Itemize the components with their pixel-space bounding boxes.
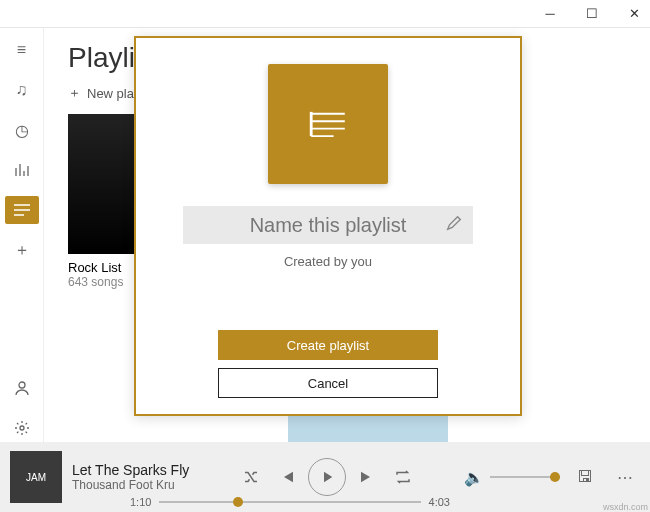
pencil-icon — [445, 214, 465, 234]
minimize-button[interactable]: ─ — [538, 2, 562, 26]
playlist-name-input[interactable]: Name this playlist — [183, 206, 473, 244]
creator-label: Created by you — [284, 254, 372, 269]
volume-slider[interactable] — [490, 476, 560, 478]
cancel-button[interactable]: Cancel — [218, 368, 438, 398]
volume-icon[interactable]: 🔈 — [464, 468, 484, 487]
window-titlebar: ─ ☐ ✕ — [0, 0, 650, 28]
svg-point-1 — [20, 426, 24, 430]
play-button[interactable] — [308, 458, 346, 496]
svg-point-0 — [19, 382, 25, 388]
playlist-icon[interactable] — [5, 196, 39, 224]
now-playing-art[interactable]: JAM — [10, 451, 62, 503]
plus-icon: ＋ — [68, 84, 81, 102]
more-icon[interactable]: ⋯ — [610, 462, 640, 492]
music-note-icon[interactable]: ♫ — [8, 76, 36, 104]
now-playing-artist: Thousand Foot Kru — [72, 478, 189, 492]
hamburger-icon[interactable]: ≡ — [8, 36, 36, 64]
shuffle-button[interactable] — [236, 462, 266, 492]
save-button[interactable]: 🖫 — [570, 462, 600, 492]
close-button[interactable]: ✕ — [622, 2, 646, 26]
previous-button[interactable] — [272, 462, 302, 492]
gear-icon[interactable] — [8, 414, 36, 442]
now-playing-song: Let The Sparks Fly — [72, 462, 189, 478]
elapsed-time: 1:10 — [130, 496, 151, 508]
progress-bar[interactable]: 1:10 4:03 — [130, 496, 450, 508]
playlist-art-placeholder[interactable] — [268, 64, 388, 184]
person-icon[interactable] — [8, 374, 36, 402]
watermark: wsxdn.com — [603, 502, 648, 512]
repeat-button[interactable] — [388, 462, 418, 492]
maximize-button[interactable]: ☐ — [580, 2, 604, 26]
equalizer-icon[interactable] — [8, 156, 36, 184]
duration-time: 4:03 — [429, 496, 450, 508]
create-playlist-dialog: Name this playlist Created by you Create… — [134, 36, 522, 416]
sidebar: ≡ ♫ ◷ ＋ — [0, 28, 44, 442]
create-playlist-button[interactable]: Create playlist — [218, 330, 438, 360]
clock-icon[interactable]: ◷ — [8, 116, 36, 144]
next-button[interactable] — [352, 462, 382, 492]
plus-icon[interactable]: ＋ — [8, 236, 36, 264]
player-bar: JAM Let The Sparks Fly Thousand Foot Kru… — [0, 442, 650, 512]
